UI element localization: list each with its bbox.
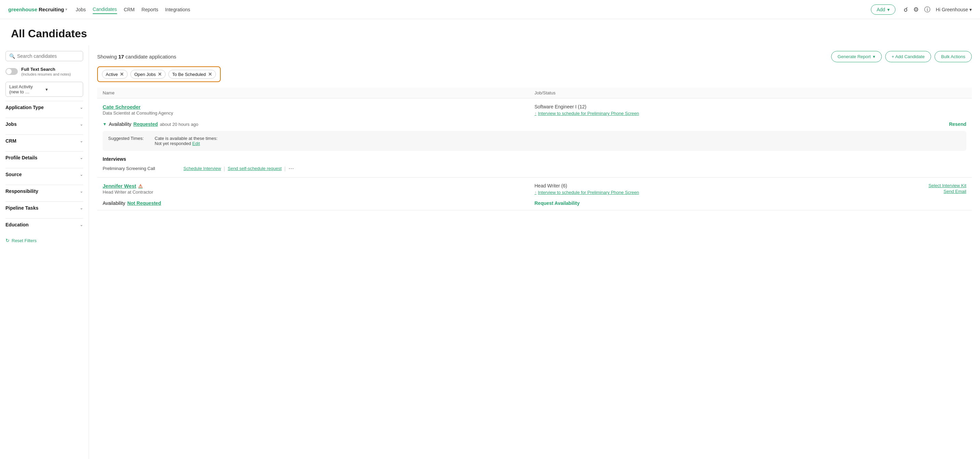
suggested-times-cate: Suggested Times: Cate is available at th… [103,131,966,151]
full-text-row: Full Text Search (Includes resumes and n… [5,67,83,76]
filter-source[interactable]: Source ⌄ [5,168,83,181]
search-box[interactable]: 🔍 [5,51,83,61]
brand-chevron[interactable]: ▾ [65,7,67,12]
nav-candidates[interactable]: Candidates [93,5,117,14]
arrow-icon: ↑ [535,111,536,116]
job-info-cate: Software Engineer I (12) ↑ Interview to … [535,104,966,116]
filter-tag-open-jobs: Open Jobs ✕ [130,70,165,79]
warning-icon: ⚠ [138,183,143,189]
filter-pipeline-tasks[interactable]: Pipeline Tasks ⌄ [5,202,83,214]
nav-links: Jobs Candidates CRM Reports Integrations [76,5,862,14]
schedule-interview-link[interactable]: Schedule Interview [183,166,221,171]
main-toolbar: Showing 17 candidate applications Genera… [97,51,972,62]
reset-label: Reset Filters [12,238,37,243]
bulk-actions-button[interactable]: Bulk Actions [934,51,972,62]
resend-button[interactable]: Resend [949,121,966,127]
filter-label-source: Source [5,172,22,177]
availability-label-cate: ▼ Availability Requested about 20 hours … [103,121,520,127]
nav-reports[interactable]: Reports [142,5,158,14]
interview-row-cate: Preliminary Screening Call Schedule Inte… [103,165,966,172]
page-title: All Candidates [11,27,969,40]
avail-label-jennifer: Availability Not Requested [103,200,535,206]
interviews-section-cate: Interviews Preliminary Screening Call Sc… [97,154,972,177]
candidate-row-cate: Cate Schroeder Data Scientist at Consult… [97,98,972,178]
gear-icon[interactable]: ⚙ [913,6,919,13]
active-filter-tags: Active ✕ Open Jobs ✕ To Be Scheduled ✕ [97,66,221,82]
candidate-count: 17 [118,54,124,59]
filter-tag-active-label: Active [106,72,118,77]
brand-green: greenhouse [8,6,37,12]
reset-filters-button[interactable]: ↻ Reset Filters [5,238,83,243]
full-text-sub: (Includes resumes and notes) [21,72,71,76]
sidebar: 🔍 Full Text Search (Includes resumes and… [0,46,89,459]
sort-select[interactable]: Last Activity (new to … ▾ [5,82,83,97]
job-sub-cate[interactable]: ↑ Interview to schedule for Preliminary … [535,111,966,116]
triangle-icon: ▼ [103,122,107,127]
chevron-down-icon: ⌄ [80,172,83,177]
chevron-down-icon: ▾ [873,54,875,59]
nav-right: ☌ ⚙ ⓘ Hi Greenhouse ▾ [904,5,972,14]
user-menu[interactable]: Hi Greenhouse ▾ [936,7,972,12]
filter-label-pipeline-tasks: Pipeline Tasks [5,205,38,211]
avail-status-requested[interactable]: Requested [134,121,158,127]
reset-icon: ↻ [5,238,10,243]
filter-label-application-type: Application Type [5,105,44,110]
col-header-name: Name [103,90,535,95]
avail-time-cate: about 20 hours ago [160,122,198,127]
filter-education[interactable]: Education ⌄ [5,218,83,231]
toggle-knob [6,69,12,74]
interviews-title: Interviews [103,156,966,162]
add-button[interactable]: Add ▾ [871,5,896,15]
page-layout: 🔍 Full Text Search (Includes resumes and… [0,46,980,459]
filter-tag-open-jobs-close[interactable]: ✕ [158,71,162,77]
send-email-link[interactable]: Send Email [944,189,966,194]
job-sub-jennifer[interactable]: ↑ Interview to schedule for Preliminary … [535,190,639,195]
chevron-down-icon: ⌄ [80,222,83,227]
filter-label-education: Education [5,222,29,227]
arrow-icon: ↑ [535,190,536,195]
availability-row-cate: ▼ Availability Requested about 20 hours … [97,119,972,130]
nav-jobs[interactable]: Jobs [76,5,86,14]
search-icon[interactable]: ☌ [904,6,908,13]
main-content: Showing 17 candidate applications Genera… [89,46,980,459]
interview-name: Preliminary Screening Call [103,166,178,171]
filter-jobs[interactable]: Jobs ⌄ [5,118,83,130]
filter-tag-active: Active ✕ [102,70,127,79]
separator2: | [284,166,286,172]
filter-crm[interactable]: CRM ⌄ [5,134,83,147]
full-text-label: Full Text Search [21,67,71,72]
candidate-info-cate: Cate Schroeder Data Scientist at Consult… [103,104,535,116]
send-self-schedule-link[interactable]: Send self-schedule request [228,166,282,171]
interview-actions-cate: Schedule Interview | Send self-schedule … [183,165,294,172]
more-options-button[interactable]: ⋯ [288,165,294,172]
filter-application-type[interactable]: Application Type ⌄ [5,101,83,114]
filter-tag-active-close[interactable]: ✕ [120,71,124,77]
generate-report-button[interactable]: Generate Report ▾ [831,51,882,62]
chevron-down-icon: ⌄ [80,155,83,160]
candidate-name-jennifer[interactable]: Jennifer West ⚠ [103,183,535,189]
search-icon: 🔍 [9,53,15,59]
sort-label: Last Activity (new to … [9,84,43,94]
edit-link[interactable]: Edit [192,141,200,146]
candidate-main-row-cate: Cate Schroeder Data Scientist at Consult… [97,98,972,119]
help-icon[interactable]: ⓘ [924,5,931,14]
full-text-toggle[interactable] [5,68,18,75]
request-availability-button[interactable]: Request Availability [535,200,580,206]
add-candidate-button[interactable]: + Add Candidate [885,51,931,62]
search-input[interactable] [17,53,80,59]
avail-word-jennifer: Availability [103,200,125,206]
select-interview-kit-link[interactable]: Select Interview Kit [928,183,966,188]
filter-tag-scheduled-close[interactable]: ✕ [208,71,212,77]
candidate-name-cate[interactable]: Cate Schroeder [103,104,535,110]
page-header: All Candidates [0,19,980,46]
filter-responsibility[interactable]: Responsibility ⌄ [5,185,83,197]
job-title-cate: Software Engineer I (12) [535,104,966,110]
toolbar-actions: Generate Report ▾ + Add Candidate Bulk A… [831,51,972,62]
filter-profile-details[interactable]: Profile Details ⌄ [5,151,83,164]
nav-crm[interactable]: CRM [124,5,135,14]
suggested-label: Suggested Times: [108,136,149,146]
avail-not-requested[interactable]: Not Requested [127,200,161,206]
suggested-content: Cate is available at these times: Not ye… [155,136,218,146]
job-info-jennifer: Head Writer (6) ↑ Interview to schedule … [535,183,639,195]
nav-integrations[interactable]: Integrations [165,5,190,14]
